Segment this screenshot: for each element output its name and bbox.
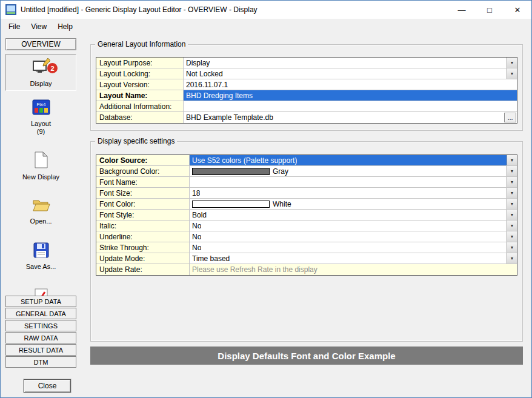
database-browse-button[interactable]: ... bbox=[504, 113, 516, 122]
sidebar-item-raw-data[interactable]: RAW DATA bbox=[5, 332, 76, 343]
dropdown-arrow-icon[interactable]: ▼ bbox=[507, 68, 517, 79]
dropdown-arrow-icon[interactable]: ▼ bbox=[507, 231, 517, 242]
sidebar-item-label: New Display bbox=[22, 173, 59, 181]
dropdown-arrow-icon[interactable]: ▼ bbox=[507, 253, 517, 264]
dropdown-arrow-icon[interactable]: ▼ bbox=[507, 166, 517, 176]
update-mode-field[interactable]: Time based ▼ bbox=[190, 253, 517, 264]
table-row: Layout Locking: Not Locked ▼ bbox=[96, 68, 517, 79]
layout-name-label: Layout Name: bbox=[96, 90, 184, 101]
underline-label: Underline: bbox=[96, 231, 190, 242]
sidebar-item-display[interactable]: Display 2 bbox=[5, 54, 76, 91]
font-name-field[interactable]: ▼ bbox=[190, 177, 517, 187]
color-swatch bbox=[192, 168, 270, 175]
table-row: Layout Version: 2016.11.07.1 bbox=[96, 79, 517, 90]
layout-purpose-field[interactable]: Display ▼ bbox=[184, 58, 517, 68]
layout-purpose-label: Layout Purpose: bbox=[96, 58, 184, 68]
italic-label: Italic: bbox=[96, 221, 190, 231]
font-size-field[interactable]: 18 ▼ bbox=[190, 188, 517, 198]
table-row: Update Rate: Please use Refresh Rate in … bbox=[96, 264, 517, 275]
layout-locking-label: Layout Locking: bbox=[96, 68, 184, 79]
close-window-button[interactable]: ✕ bbox=[504, 1, 531, 19]
additional-information-label: Additional Information: bbox=[96, 101, 184, 111]
italic-field[interactable]: No ▼ bbox=[190, 221, 517, 231]
close-button[interactable]: Close bbox=[24, 379, 71, 393]
maximize-button[interactable]: □ bbox=[476, 1, 504, 19]
menu-file[interactable]: File bbox=[3, 20, 25, 33]
dropdown-arrow-icon[interactable]: ▼ bbox=[507, 58, 517, 68]
general-info-table: Layout Purpose: Display ▼ Layout Locking… bbox=[96, 57, 517, 124]
database-field[interactable]: BHD Example Template.db ... bbox=[184, 112, 517, 123]
notification-badge: 2 bbox=[47, 63, 58, 73]
dropdown-arrow-icon[interactable]: ▼ bbox=[507, 221, 517, 231]
font-color-label: Font Color: bbox=[96, 199, 190, 209]
sidebar-overview-button[interactable]: OVERVIEW bbox=[5, 38, 76, 50]
background-color-field[interactable]: Gray ▼ bbox=[190, 166, 517, 176]
general-layout-groupbox: General Layout Information Layout Purpos… bbox=[90, 44, 523, 131]
color-swatch bbox=[192, 201, 270, 208]
table-row: Strike Through: No ▼ bbox=[96, 242, 517, 253]
dropdown-arrow-icon[interactable]: ▼ bbox=[507, 210, 517, 220]
table-row: Font Size: 18 ▼ bbox=[96, 188, 517, 199]
font-style-field[interactable]: Bold ▼ bbox=[190, 210, 517, 220]
update-rate-field: Please use Refresh Rate in the display bbox=[190, 264, 517, 275]
color-source-field[interactable]: Use S52 colors (Palette support) ▼ bbox=[190, 155, 517, 165]
dropdown-arrow-icon[interactable]: ▼ bbox=[507, 188, 517, 198]
update-mode-label: Update Mode: bbox=[96, 253, 190, 264]
layout-locking-field[interactable]: Not Locked ▼ bbox=[184, 68, 517, 79]
minimize-button[interactable]: — bbox=[448, 1, 476, 19]
display-settings-groupbox: Display specific settings Color Source: … bbox=[90, 141, 523, 342]
menu-view[interactable]: View bbox=[25, 20, 52, 33]
display-settings-table: Color Source: Use S52 colors (Palette su… bbox=[96, 154, 517, 276]
dropdown-arrow-icon[interactable]: ▼ bbox=[507, 177, 517, 187]
table-row: Database: BHD Example Template.db ... bbox=[96, 112, 517, 123]
window-controls: — □ ✕ bbox=[448, 1, 531, 19]
sidebar-item-setup-data[interactable]: SETUP DATA bbox=[5, 296, 76, 307]
sidebar-nav: SETUP DATA GENERAL DATA SETTINGS RAW DAT… bbox=[5, 295, 76, 368]
font-name-label: Font Name: bbox=[96, 177, 190, 187]
window-title: Untitled [modified] - Generic Display La… bbox=[21, 5, 258, 14]
groupbox-title: Display specific settings bbox=[95, 137, 177, 145]
table-row: Font Style: Bold ▼ bbox=[96, 210, 517, 221]
strike-through-label: Strike Through: bbox=[96, 242, 190, 253]
font-color-field[interactable]: White ▼ bbox=[190, 199, 517, 209]
titlebar: Untitled [modified] - Generic Display La… bbox=[1, 1, 531, 19]
font-size-label: Font Size: bbox=[96, 188, 190, 198]
table-row: Font Name: ▼ bbox=[96, 177, 517, 188]
sidebar-item-label: Save As... bbox=[26, 263, 56, 271]
dropdown-arrow-icon[interactable]: ▼ bbox=[507, 155, 517, 165]
sidebar-item-label: Display bbox=[30, 80, 52, 88]
menu-help[interactable]: Help bbox=[52, 20, 78, 33]
update-rate-label: Update Rate: bbox=[96, 264, 190, 275]
open-folder-icon bbox=[32, 198, 50, 214]
app-window: Untitled [modified] - Generic Display La… bbox=[0, 0, 532, 398]
additional-information-field[interactable] bbox=[184, 101, 517, 111]
table-row: Update Mode: Time based ▼ bbox=[96, 253, 517, 264]
font-style-label: Font Style: bbox=[96, 210, 190, 220]
floppy-save-icon bbox=[33, 242, 49, 260]
background-color-label: Background Color: bbox=[96, 166, 190, 176]
sidebar-item-sublabel: (9) bbox=[37, 128, 45, 136]
preview-banner: Display Defaults Font and Color Example bbox=[90, 347, 523, 365]
sidebar-item-label: Layout bbox=[31, 120, 51, 128]
database-label: Database: bbox=[96, 112, 184, 123]
table-row: Underline: No ▼ bbox=[96, 231, 517, 242]
sidebar-item-layout[interactable]: Fix4 Layout (9) bbox=[5, 96, 76, 138]
strike-through-field[interactable]: No ▼ bbox=[190, 242, 517, 253]
underline-field[interactable]: No ▼ bbox=[190, 231, 517, 242]
sidebar-item-new-display[interactable]: New Display bbox=[5, 148, 76, 184]
sidebar-item-open[interactable]: Open... bbox=[5, 194, 76, 228]
app-icon bbox=[5, 4, 16, 15]
table-row: Background Color: Gray ▼ bbox=[96, 166, 517, 177]
table-row: Italic: No ▼ bbox=[96, 221, 517, 231]
sidebar-item-result-data[interactable]: RESULT DATA bbox=[5, 344, 76, 356]
sidebar-item-settings[interactable]: SETTINGS bbox=[5, 320, 76, 331]
sidebar-item-general-data[interactable]: GENERAL DATA bbox=[5, 308, 76, 319]
layout-version-field[interactable]: 2016.11.07.1 bbox=[184, 79, 517, 90]
table-row: Font Color: White ▼ bbox=[96, 199, 517, 210]
sidebar-item-save-as[interactable]: Save As... bbox=[5, 239, 76, 273]
sidebar-item-dtm[interactable]: DTM bbox=[5, 356, 76, 368]
dropdown-arrow-icon[interactable]: ▼ bbox=[507, 199, 517, 209]
dropdown-arrow-icon[interactable]: ▼ bbox=[507, 242, 517, 253]
table-row: Layout Name: BHD Dredging Items bbox=[96, 90, 517, 101]
layout-name-field[interactable]: BHD Dredging Items bbox=[184, 90, 517, 101]
